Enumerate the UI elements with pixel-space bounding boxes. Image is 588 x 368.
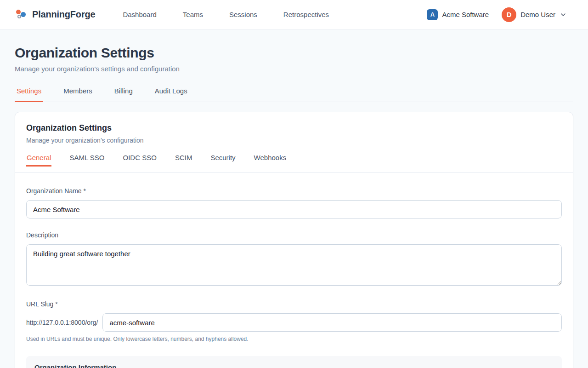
planningforge-logo-icon (16, 9, 28, 21)
page-content: Organization Settings Manage your organi… (0, 29, 588, 368)
top-navbar: PlanningForge Dashboard Teams Sessions R… (0, 0, 588, 29)
org-tabs: Settings Members Billing Audit Logs (15, 87, 573, 102)
settings-card: Organization Settings Manage your organi… (15, 112, 573, 368)
subtab-webhooks[interactable]: Webhooks (254, 154, 287, 167)
org-name-input[interactable] (26, 200, 562, 218)
subtab-general[interactable]: General (26, 154, 51, 167)
description-input[interactable]: Building great software together (26, 244, 562, 286)
tab-billing[interactable]: Billing (113, 87, 135, 102)
tab-settings[interactable]: Settings (15, 87, 43, 102)
page-subtitle: Manage your organization's settings and … (15, 65, 573, 73)
url-slug-label: URL Slug * (26, 300, 562, 308)
subtab-scim[interactable]: SCIM (175, 154, 193, 167)
org-switcher[interactable]: A Acme Software (427, 9, 489, 20)
org-badge: A (427, 9, 438, 20)
tab-members[interactable]: Members (62, 87, 94, 102)
description-label: Description (26, 231, 562, 239)
subtab-saml-sso[interactable]: SAML SSO (69, 154, 105, 167)
chevron-down-icon (560, 12, 566, 17)
url-slug-prefix: http://127.0.0.1:8000/org/ (26, 319, 98, 326)
org-name-label: Organization Name * (26, 187, 562, 195)
page-title: Organization Settings (15, 45, 573, 61)
general-settings-form: Organization Name * Description Building… (15, 172, 573, 368)
subtab-security[interactable]: Security (210, 154, 236, 167)
org-info-panel-title: Organization Information (34, 363, 554, 368)
description-field: Description Building great software toge… (26, 231, 562, 288)
brand-name[interactable]: PlanningForge (32, 9, 95, 20)
card-title: Organization Settings (26, 123, 562, 133)
main-nav: Dashboard Teams Sessions Retrospectives (123, 11, 329, 18)
logo-dot-ring (17, 15, 21, 18)
user-menu[interactable]: D Demo User (502, 7, 566, 22)
settings-card-header: Organization Settings Manage your organi… (15, 112, 573, 172)
user-name-label: Demo User (520, 11, 555, 18)
user-avatar: D (502, 7, 516, 22)
nav-item-dashboard[interactable]: Dashboard (123, 11, 156, 18)
org-name-label: Acme Software (442, 11, 489, 18)
card-subtitle: Manage your organization's configuration (26, 137, 562, 144)
org-name-field: Organization Name * (26, 187, 562, 218)
nav-item-retrospectives[interactable]: Retrospectives (283, 11, 329, 18)
nav-item-sessions[interactable]: Sessions (229, 11, 257, 18)
url-slug-help: Used in URLs and must be unique. Only lo… (26, 336, 562, 342)
settings-subtabs: General SAML SSO OIDC SSO SCIM Security … (26, 154, 562, 167)
url-slug-field: URL Slug * http://127.0.0.1:8000/org/ Us… (26, 300, 562, 342)
subtab-oidc-sso[interactable]: OIDC SSO (123, 154, 157, 167)
tab-audit-logs[interactable]: Audit Logs (153, 87, 189, 102)
nav-item-teams[interactable]: Teams (183, 11, 203, 18)
org-info-panel: Organization Information (26, 356, 562, 368)
logo-dot-orange (16, 10, 21, 14)
logo-dot-blue (21, 12, 26, 17)
url-slug-input[interactable] (102, 313, 562, 332)
